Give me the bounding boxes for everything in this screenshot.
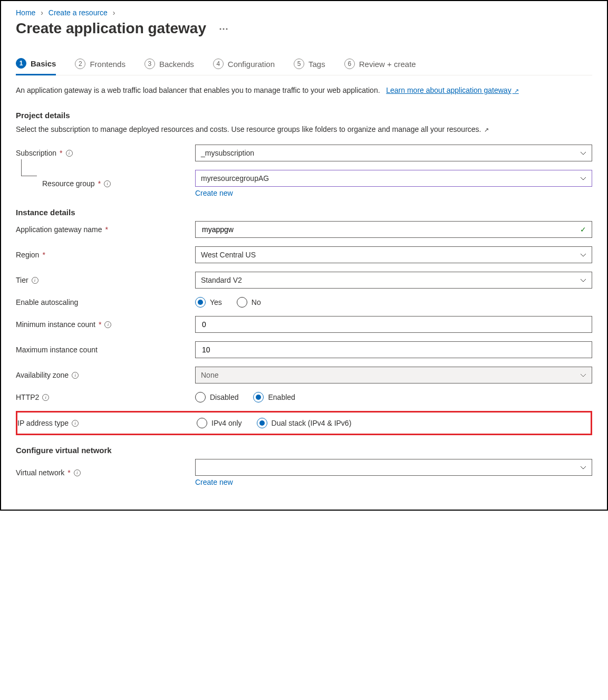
tab-label: Frontends <box>90 60 126 69</box>
virtual-network-label: Virtual network * i <box>16 468 195 477</box>
subscription-label: Subscription * i <box>16 149 195 157</box>
radio-label: IPv4 only <box>211 419 242 427</box>
ipv4-only-radio[interactable]: IPv4 only <box>197 418 242 428</box>
chevron-right-icon: › <box>41 8 43 17</box>
tab-label: Backends <box>159 60 194 69</box>
info-icon[interactable]: i <box>104 180 111 187</box>
intro-text: An application gateway is a web traffic … <box>16 85 592 96</box>
page-title: Create application gateway ⋯ <box>16 20 592 37</box>
autoscale-no-radio[interactable]: No <box>237 297 261 308</box>
tree-line <box>21 159 37 176</box>
tab-configuration[interactable]: 4 Configuration <box>213 58 275 75</box>
checkmark-icon: ✓ <box>580 225 586 234</box>
tab-tags[interactable]: 5 Tags <box>294 58 325 75</box>
tier-label: Tier i <box>16 276 195 284</box>
create-new-rg-link[interactable]: Create new <box>195 189 233 197</box>
learn-more-link[interactable]: Learn more about application gateway ↗ <box>386 86 518 94</box>
info-icon[interactable]: i <box>74 469 81 476</box>
http2-disabled-radio[interactable]: Disabled <box>195 392 238 402</box>
tier-select[interactable]: Standard V2 <box>195 272 592 289</box>
region-select[interactable]: West Central US <box>195 246 592 263</box>
virtual-network-select[interactable] <box>195 459 592 476</box>
autoscaling-label: Enable autoscaling <box>16 298 195 306</box>
tab-label: Configuration <box>228 60 275 69</box>
info-icon[interactable]: i <box>104 321 111 328</box>
ip-address-highlight: IP address type i IPv4 only Dual stack (… <box>16 411 592 435</box>
create-new-vnet-link[interactable]: Create new <box>195 478 233 486</box>
max-instance-input[interactable] <box>195 341 592 358</box>
radio-label: Yes <box>210 298 222 306</box>
resource-group-label: Resource group * i <box>42 179 195 188</box>
step-number: 1 <box>16 58 26 69</box>
step-number: 6 <box>344 59 355 69</box>
radio-label: Disabled <box>210 393 238 401</box>
project-details-desc: Select the subscription to manage deploy… <box>16 124 592 135</box>
radio-label: No <box>252 298 261 306</box>
tab-label: Review + create <box>359 60 416 69</box>
dual-stack-radio[interactable]: Dual stack (IPv4 & IPv6) <box>257 418 352 428</box>
http2-enabled-radio[interactable]: Enabled <box>253 392 295 402</box>
subscription-select[interactable]: _mysubscription <box>195 145 592 161</box>
breadcrumb-home[interactable]: Home <box>16 8 35 17</box>
autoscale-yes-radio[interactable]: Yes <box>195 297 222 308</box>
external-link-icon: ↗ <box>482 127 489 133</box>
external-link-icon: ↗ <box>513 88 519 94</box>
min-instance-label: Minimum instance count * i <box>16 320 195 329</box>
min-instance-input[interactable] <box>195 316 592 333</box>
chevron-down-icon <box>580 464 586 471</box>
chevron-down-icon <box>580 175 586 181</box>
vnet-heading: Configure virtual network <box>16 446 592 455</box>
chevron-down-icon <box>580 372 586 378</box>
chevron-right-icon: › <box>113 8 115 17</box>
info-icon[interactable]: i <box>72 420 79 427</box>
instance-details-heading: Instance details <box>16 208 592 217</box>
tab-basics[interactable]: 1 Basics <box>16 58 56 75</box>
ip-address-type-label: IP address type i <box>17 419 197 427</box>
gateway-name-label: Application gateway name * <box>16 225 195 234</box>
tab-label: Tags <box>308 60 325 69</box>
chevron-down-icon <box>580 150 586 156</box>
step-number: 2 <box>75 59 85 69</box>
resource-group-select[interactable]: myresourcegroupAG <box>195 170 592 187</box>
breadcrumb: Home › Create a resource › <box>16 8 592 17</box>
chevron-down-icon <box>580 252 586 258</box>
info-icon[interactable]: i <box>42 394 49 401</box>
step-number: 4 <box>213 59 224 69</box>
gateway-name-input[interactable]: ✓ <box>195 221 592 238</box>
radio-label: Dual stack (IPv4 & IPv6) <box>272 419 352 427</box>
breadcrumb-create-resource[interactable]: Create a resource <box>49 8 108 17</box>
info-icon[interactable]: i <box>66 150 73 157</box>
tab-backends[interactable]: 3 Backends <box>144 58 194 75</box>
project-details-heading: Project details <box>16 111 592 120</box>
chevron-down-icon <box>580 277 586 283</box>
max-instance-label: Maximum instance count <box>16 346 195 354</box>
availability-zone-select[interactable]: None <box>195 367 592 383</box>
tab-review[interactable]: 6 Review + create <box>344 58 416 75</box>
availability-zone-label: Availability zone i <box>16 371 195 379</box>
step-number: 5 <box>294 59 304 69</box>
tab-label: Basics <box>31 59 56 68</box>
http2-label: HTTP2 i <box>16 393 195 401</box>
tab-frontends[interactable]: 2 Frontends <box>75 58 126 75</box>
step-number: 3 <box>144 59 155 69</box>
wizard-tabs: 1 Basics 2 Frontends 3 Backends 4 Config… <box>16 58 592 75</box>
radio-label: Enabled <box>268 393 295 401</box>
region-label: Region * <box>16 251 195 259</box>
info-icon[interactable]: i <box>72 372 79 379</box>
info-icon[interactable]: i <box>32 277 38 284</box>
more-icon[interactable]: ⋯ <box>219 23 228 34</box>
